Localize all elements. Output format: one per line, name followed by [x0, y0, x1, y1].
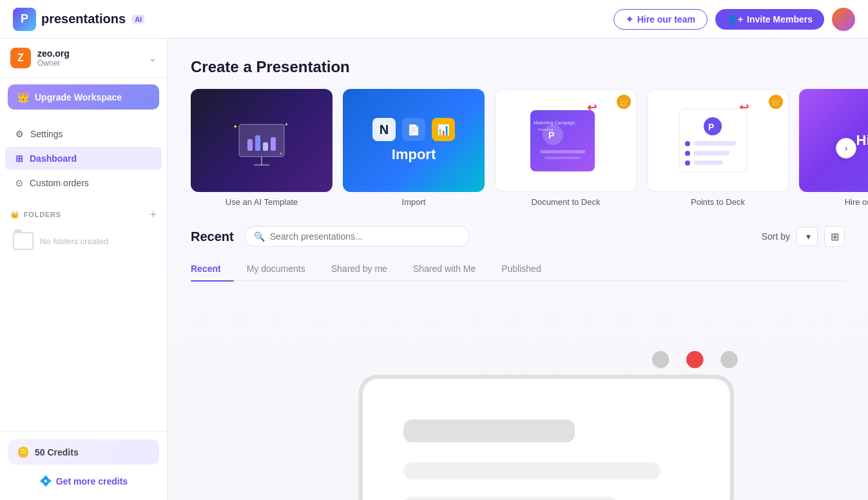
tab-recent[interactable]: Recent — [191, 257, 234, 280]
svg-rect-1 — [247, 139, 253, 151]
folders-section: 👑 FOLDERS + No folders created — [0, 201, 167, 262]
sidebar-item-custom-orders[interactable]: ⊙ Custom orders — [5, 171, 162, 195]
settings-icon: ⚙ — [15, 129, 24, 139]
svg-text:✦: ✦ — [284, 122, 289, 128]
hire-inner: Hire — [799, 89, 868, 192]
credits-icon: 🪙 — [17, 446, 30, 458]
import-icons: N 📄 📊 — [372, 118, 455, 141]
points-to-deck-card-wrapper: 👑 ↩ P — [647, 89, 789, 207]
ai-template-label: Use an AI Template — [226, 197, 298, 207]
hire-team-card[interactable]: 👑 Hire — [799, 89, 868, 192]
chevron-icon: ⌄ — [149, 53, 157, 63]
upgrade-workspace-button[interactable]: 👑 Upgrade Workspace — [8, 84, 159, 110]
empty-state-illustration — [204, 320, 832, 500]
import-card-wrapper: N 📄 📊 Import I — [343, 89, 485, 207]
svg-rect-11 — [530, 110, 595, 171]
tab-shared-by-me[interactable]: Shared by me — [318, 257, 400, 280]
workspace-info: zeo.org Owner — [37, 48, 142, 68]
tab-shared-with-me[interactable]: Shared with Me — [400, 257, 488, 280]
dashboard-icon: ⊞ — [15, 153, 23, 164]
topbar-actions: ✦ Hire our team 👤+ Invite Members — [613, 8, 855, 31]
svg-point-35 — [686, 351, 704, 369]
scroll-right-button[interactable]: › — [836, 138, 856, 159]
tab-shared-with-me-label: Shared with Me — [413, 264, 476, 274]
ai-template-illustration: ✦ ✦ ● — [223, 108, 300, 173]
search-input[interactable] — [270, 231, 460, 242]
recent-header: Recent 🔍 Sort by ▾ ⊞ — [191, 226, 845, 247]
sidebar-bottom: 🪙 50 Credits 💠 Get more credits — [0, 431, 167, 500]
import-text: Import — [392, 146, 436, 163]
doc-to-deck-card[interactable]: 👑 ↩ — [495, 89, 637, 192]
ai-template-card[interactable]: ✦ ✦ ● — [191, 89, 333, 192]
workspace-name: zeo.org — [37, 48, 142, 59]
credits-label: 50 Credits — [35, 447, 79, 457]
get-more-credits-button[interactable]: 💠 Get more credits — [8, 470, 159, 492]
topbar: P presentations AI ✦ Hire our team 👤+ In… — [0, 0, 868, 39]
empty-state: No presentations yet. Create your first … — [191, 294, 845, 500]
tab-my-documents[interactable]: My documents — [234, 257, 318, 280]
sidebar-item-dashboard[interactable]: ⊞ Dashboard — [5, 147, 162, 170]
chevron-down-icon: ▾ — [806, 231, 811, 242]
svg-point-32 — [652, 351, 670, 369]
svg-rect-23 — [694, 141, 736, 146]
sort-area: Sort by ▾ ⊞ — [762, 226, 845, 247]
svg-rect-25 — [694, 151, 729, 155]
get-credits-label: Get more credits — [56, 476, 128, 486]
dashboard-label: Dashboard — [30, 153, 77, 164]
avatar[interactable] — [832, 8, 855, 31]
sidebar-nav: ⚙ Settings ⊞ Dashboard ⊙ Custom orders — [0, 116, 167, 201]
hire-icon: ✦ — [626, 14, 633, 24]
svg-text:Marketing Campaign: Marketing Campaign — [534, 120, 575, 126]
logo: P presentations AI — [13, 8, 144, 31]
folders-header: 👑 FOLDERS + — [10, 209, 157, 220]
tab-shared-by-me-label: Shared by me — [331, 264, 387, 274]
workspace-selector[interactable]: Z zeo.org Owner ⌄ — [0, 39, 167, 78]
tabs-row: Recent My documents Shared by me Shared … — [191, 257, 845, 281]
doc-to-deck-card-wrapper: 👑 ↩ — [495, 89, 637, 207]
hire-card-text: Hire — [856, 132, 868, 149]
gdoc-icon-box: 📄 — [402, 118, 425, 141]
tab-published-label: Published — [501, 264, 541, 274]
add-folder-button[interactable]: + — [149, 209, 157, 220]
doc-to-deck-label: Document to Deck — [532, 197, 601, 207]
empty-folder-icon — [13, 232, 34, 250]
svg-point-34 — [720, 351, 738, 369]
credits-box: 🪙 50 Credits — [8, 439, 159, 465]
invite-members-button[interactable]: 👤+ Invite Members — [715, 9, 824, 30]
import-card-inner: N 📄 📊 Import — [343, 89, 485, 192]
cards-section: ✦ ✦ ● Use an AI Template — [191, 89, 845, 207]
no-folders-message: No folders created — [10, 226, 157, 256]
recent-title: Recent — [191, 229, 234, 244]
logo-text: presentations — [41, 12, 126, 26]
svg-rect-14 — [540, 150, 585, 153]
svg-point-26 — [685, 160, 690, 166]
hire-team-button[interactable]: ✦ Hire our team — [613, 9, 708, 30]
svg-point-24 — [685, 151, 690, 156]
invite-label: Invite Members — [747, 14, 813, 24]
import-label: Import — [402, 197, 426, 207]
settings-label: Settings — [30, 129, 63, 139]
search-icon: 🔍 — [254, 231, 265, 242]
grid-icon: ⊞ — [831, 231, 839, 243]
tab-published[interactable]: Published — [488, 257, 554, 280]
create-title: Create a Presentation — [191, 58, 845, 76]
folders-crown-icon: 👑 — [10, 211, 20, 219]
gslides-icon-box: 📊 — [432, 118, 455, 141]
grid-view-button[interactable]: ⊞ — [824, 226, 845, 247]
svg-text:●: ● — [280, 151, 282, 155]
sidebar: Z zeo.org Owner ⌄ 👑 Upgrade Workspace ⚙ … — [0, 39, 168, 500]
svg-rect-2 — [255, 135, 260, 151]
doc-to-deck-inner: ↩ — [496, 90, 636, 191]
custom-orders-icon: ⊙ — [15, 178, 23, 188]
search-box: 🔍 — [244, 226, 470, 247]
hire-team-card-wrapper: 👑 Hire Hire our team — [799, 89, 868, 207]
svg-rect-27 — [694, 160, 723, 165]
points-to-deck-card[interactable]: 👑 ↩ P — [647, 89, 789, 192]
sort-dropdown[interactable]: ▾ — [796, 227, 818, 246]
sidebar-item-settings[interactable]: ⚙ Settings — [5, 122, 162, 146]
svg-point-22 — [685, 141, 690, 146]
folders-label: FOLDERS — [24, 211, 61, 218]
import-card[interactable]: N 📄 📊 Import — [343, 89, 485, 192]
custom-orders-label: Custom orders — [30, 178, 89, 188]
svg-rect-3 — [263, 142, 268, 151]
